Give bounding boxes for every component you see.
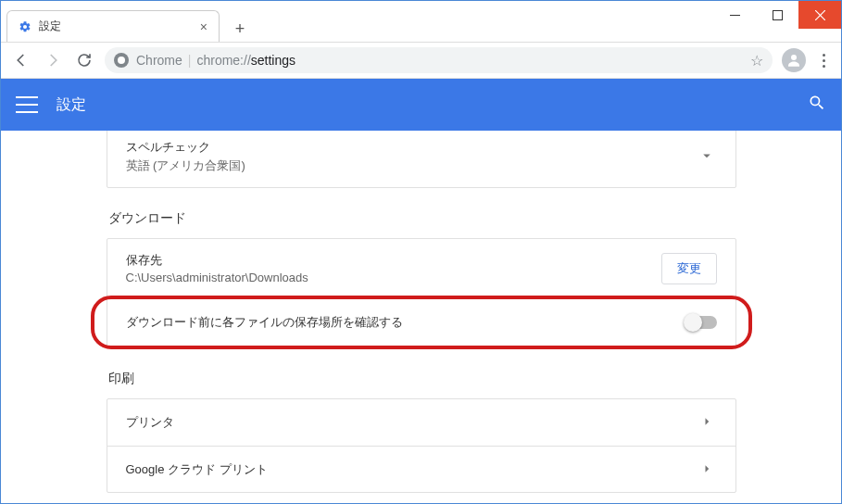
printing-section-label: 印刷: [108, 371, 735, 387]
gear-icon: [19, 20, 31, 33]
maximize-button[interactable]: [756, 1, 798, 29]
cloud-print-label: Google クラウド プリント: [126, 461, 698, 478]
page-title: 設定: [57, 95, 86, 115]
profile-avatar[interactable]: [782, 48, 806, 72]
ask-before-download-row[interactable]: ダウンロード前に各ファイルの保存場所を確認する: [94, 299, 748, 346]
search-button[interactable]: [808, 94, 826, 116]
minimize-button[interactable]: [713, 1, 756, 29]
back-button[interactable]: [10, 49, 32, 71]
url-input[interactable]: Chrome | chrome://settings ☆: [105, 47, 773, 73]
download-location-row: 保存先 C:\Users\administrator\Downloads 変更: [107, 239, 735, 297]
url-path: settings: [251, 53, 295, 68]
new-tab-button[interactable]: +: [227, 16, 253, 42]
download-location-path: C:\Users\administrator\Downloads: [126, 271, 661, 284]
svg-rect-0: [730, 15, 740, 16]
spellcheck-language: 英語 (アメリカ合衆国): [126, 158, 698, 174]
tab-strip: 設定 × +: [1, 1, 253, 42]
chevron-right-icon: [698, 460, 717, 479]
close-tab-icon[interactable]: ×: [200, 19, 207, 34]
window-controls: [713, 1, 841, 29]
url-scheme-label: Chrome: [136, 53, 182, 68]
ask-before-download-label: ダウンロード前に各ファイルの保存場所を確認する: [126, 314, 685, 331]
svg-rect-1: [773, 10, 782, 19]
chrome-icon: [114, 53, 129, 68]
chevron-right-icon: [698, 413, 717, 432]
downloads-card: 保存先 C:\Users\administrator\Downloads 変更 …: [107, 238, 736, 348]
svg-point-5: [791, 55, 797, 60]
printer-row[interactable]: プリンタ: [107, 399, 735, 446]
download-location-label: 保存先: [126, 252, 661, 269]
highlighted-setting: ダウンロード前に各ファイルの保存場所を確認する: [91, 296, 752, 349]
svg-point-4: [118, 57, 125, 64]
tab-title: 設定: [39, 19, 61, 34]
settings-content: スペルチェック 英語 (アメリカ合衆国) ダウンロード 保存先 C:\Users…: [107, 131, 736, 503]
spellcheck-card: スペルチェック 英語 (アメリカ合衆国): [107, 131, 736, 188]
downloads-section-label: ダウンロード: [108, 210, 735, 227]
spellcheck-row[interactable]: スペルチェック 英語 (アメリカ合衆国): [107, 131, 735, 187]
ask-before-download-toggle[interactable]: [685, 316, 717, 329]
url-origin: chrome://: [196, 53, 250, 68]
reload-button[interactable]: [73, 49, 95, 71]
content-scroll[interactable]: スペルチェック 英語 (アメリカ合衆国) ダウンロード 保存先 C:\Users…: [1, 131, 841, 503]
browser-tab-settings[interactable]: 設定 ×: [6, 10, 220, 42]
address-bar: Chrome | chrome://settings ☆: [1, 42, 841, 79]
bookmark-star-icon[interactable]: ☆: [750, 52, 763, 69]
menu-icon[interactable]: [16, 96, 38, 113]
printer-label: プリンタ: [126, 414, 698, 431]
settings-header: 設定: [1, 79, 841, 131]
close-window-button[interactable]: [798, 1, 841, 29]
window-titlebar: 設定 × +: [1, 1, 841, 42]
cloud-print-row[interactable]: Google クラウド プリント: [107, 446, 735, 492]
spellcheck-title: スペルチェック: [126, 139, 698, 156]
change-location-button[interactable]: 変更: [661, 253, 717, 284]
printing-card: プリンタ Google クラウド プリント: [107, 398, 736, 493]
browser-menu-button[interactable]: [815, 54, 832, 68]
forward-button[interactable]: [42, 49, 64, 71]
chevron-down-icon: [698, 147, 717, 166]
